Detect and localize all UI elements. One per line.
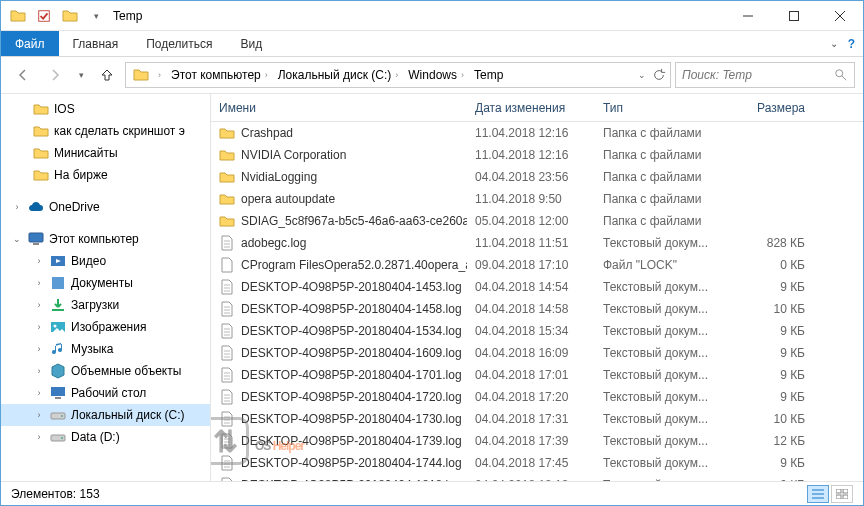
file-name: DESKTOP-4O98P5P-20180404-1739.log bbox=[241, 434, 462, 448]
nav-thispc-item[interactable]: ›Рабочий стол bbox=[1, 382, 210, 404]
qat-dropdown-icon[interactable]: ▾ bbox=[85, 5, 107, 27]
nav-thispc-item[interactable]: ›Документы bbox=[1, 272, 210, 294]
text-icon bbox=[219, 411, 235, 427]
expand-icon[interactable]: › bbox=[33, 388, 45, 398]
file-list[interactable]: Имени Дата изменения Тип Размера Crashpa… bbox=[211, 94, 863, 481]
ribbon-expand-icon[interactable]: ⌄ bbox=[830, 38, 838, 49]
file-row[interactable]: DESKTOP-4O98P5P-20180404-1453.log04.04.2… bbox=[211, 276, 863, 298]
expand-icon[interactable]: › bbox=[33, 322, 45, 332]
nav-label: Документы bbox=[71, 276, 133, 290]
file-row[interactable]: Crashpad11.04.2018 12:16Папка с файлами bbox=[211, 122, 863, 144]
file-type: Папка с файлами bbox=[595, 214, 723, 228]
expand-icon[interactable]: › bbox=[33, 344, 45, 354]
text-icon bbox=[219, 235, 235, 251]
address-dropdown-icon[interactable]: ⌄ bbox=[638, 70, 646, 80]
nav-thispc-item[interactable]: ›Локальный диск (C:) bbox=[1, 404, 210, 426]
nav-onedrive[interactable]: › OneDrive bbox=[1, 196, 210, 218]
file-row[interactable]: NvidiaLogging04.04.2018 23:56Папка с фай… bbox=[211, 166, 863, 188]
search-icon[interactable] bbox=[834, 68, 848, 82]
breadcrumb-item[interactable]: Локальный диск (C:)› bbox=[274, 68, 403, 82]
folder-icon bbox=[33, 167, 49, 183]
search-input[interactable] bbox=[682, 68, 834, 82]
qat-newfolder-icon[interactable] bbox=[59, 5, 81, 27]
file-row[interactable]: DESKTOP-4O98P5P-20180404-1701.log04.04.2… bbox=[211, 364, 863, 386]
folder-icon bbox=[33, 123, 49, 139]
close-button[interactable] bbox=[817, 1, 863, 30]
file-size: 9 КБ bbox=[723, 478, 813, 481]
nav-thispc-item[interactable]: ›Видео bbox=[1, 250, 210, 272]
nav-quick-item[interactable]: Минисайты bbox=[1, 142, 210, 164]
file-row[interactable]: DESKTOP-4O98P5P-20180404-1730.log04.04.2… bbox=[211, 408, 863, 430]
file-row[interactable]: adobegc.log11.04.2018 11:51Текстовый док… bbox=[211, 232, 863, 254]
nav-thispc-item[interactable]: ›Объемные объекты bbox=[1, 360, 210, 382]
qat-properties-icon[interactable] bbox=[33, 5, 55, 27]
nav-back-button[interactable] bbox=[9, 61, 37, 89]
expand-icon[interactable]: › bbox=[33, 256, 45, 266]
nav-quick-item[interactable]: IOS bbox=[1, 98, 210, 120]
col-type[interactable]: Тип bbox=[595, 101, 723, 115]
expand-icon[interactable]: › bbox=[33, 366, 45, 376]
maximize-button[interactable] bbox=[771, 1, 817, 30]
nav-thispc-item[interactable]: ›Data (D:) bbox=[1, 426, 210, 448]
nav-pane[interactable]: IOSкак сделать скриншот эМинисайтыНа бир… bbox=[1, 94, 211, 481]
file-row[interactable]: DESKTOP-4O98P5P-20180404-1534.log04.04.2… bbox=[211, 320, 863, 342]
expand-icon[interactable]: › bbox=[33, 278, 45, 288]
file-type: Текстовый докум... bbox=[595, 302, 723, 316]
col-size[interactable]: Размера bbox=[723, 101, 813, 115]
expand-icon[interactable]: › bbox=[33, 432, 45, 442]
breadcrumb-item[interactable]: Этот компьютер› bbox=[167, 68, 272, 82]
file-row[interactable]: DESKTOP-4O98P5P-20180404-1720.log04.04.2… bbox=[211, 386, 863, 408]
ribbon-tab-view[interactable]: Вид bbox=[226, 31, 276, 56]
file-row[interactable]: opera autoupdate11.04.2018 9:50Папка с ф… bbox=[211, 188, 863, 210]
svg-rect-2 bbox=[790, 11, 799, 20]
nav-forward-button[interactable] bbox=[41, 61, 69, 89]
file-row[interactable]: DESKTOP-4O98P5P-20180404-1458.log04.04.2… bbox=[211, 298, 863, 320]
ribbon-help-icon[interactable]: ? bbox=[848, 37, 855, 51]
file-size: 828 КБ bbox=[723, 236, 813, 250]
nav-quick-item[interactable]: как сделать скриншот э bbox=[1, 120, 210, 142]
nav-this-pc[interactable]: ⌄ Этот компьютер bbox=[1, 228, 210, 250]
svg-line-6 bbox=[842, 76, 846, 80]
expand-icon[interactable]: › bbox=[33, 410, 45, 420]
expand-icon[interactable]: › bbox=[33, 300, 45, 310]
file-row[interactable]: DESKTOP-4O98P5P-20180404-1609.log04.04.2… bbox=[211, 342, 863, 364]
view-icons-button[interactable] bbox=[831, 485, 853, 503]
view-details-button[interactable] bbox=[807, 485, 829, 503]
file-type: Текстовый докум... bbox=[595, 280, 723, 294]
svg-point-20 bbox=[61, 437, 63, 439]
nav-thispc-item[interactable]: ›Изображения bbox=[1, 316, 210, 338]
expand-icon[interactable]: › bbox=[11, 202, 23, 212]
minimize-button[interactable] bbox=[725, 1, 771, 30]
nav-thispc-item[interactable]: ›Загрузки bbox=[1, 294, 210, 316]
nav-quick-item[interactable]: На бирже bbox=[1, 164, 210, 186]
col-name[interactable]: Имени bbox=[211, 101, 467, 115]
refresh-icon[interactable] bbox=[652, 68, 666, 82]
file-date: 11.04.2018 9:50 bbox=[467, 192, 595, 206]
file-row[interactable]: DESKTOP-4O98P5P-20180404-1744.log04.04.2… bbox=[211, 452, 863, 474]
nav-recent-dropdown[interactable]: ▾ bbox=[73, 61, 89, 89]
file-date: 04.04.2018 17:39 bbox=[467, 434, 595, 448]
breadcrumb-item[interactable]: Windows› bbox=[404, 68, 468, 82]
file-row[interactable]: SDIAG_5c8f967a-b5c5-46a6-aa63-ce260af...… bbox=[211, 210, 863, 232]
address-bar[interactable]: › Этот компьютер› Локальный диск (C:)› W… bbox=[125, 62, 671, 88]
file-row[interactable]: DESKTOP-4O98P5P-20180404-1739.log04.04.2… bbox=[211, 430, 863, 452]
collapse-icon[interactable]: ⌄ bbox=[11, 234, 23, 244]
breadcrumb-item[interactable]: Temp bbox=[470, 68, 507, 82]
file-date: 11.04.2018 12:16 bbox=[467, 126, 595, 140]
folder-icon bbox=[219, 169, 235, 185]
ribbon-tab-share[interactable]: Поделиться bbox=[132, 31, 226, 56]
nav-up-button[interactable] bbox=[93, 61, 121, 89]
main-area: IOSкак сделать скриншот эМинисайтыНа бир… bbox=[1, 93, 863, 481]
breadcrumb-sep[interactable]: › bbox=[154, 70, 165, 80]
search-box[interactable] bbox=[675, 62, 855, 88]
drive-icon bbox=[50, 429, 66, 445]
ribbon-tab-home[interactable]: Главная bbox=[59, 31, 133, 56]
col-date[interactable]: Дата изменения bbox=[467, 101, 595, 115]
nav-thispc-item[interactable]: ›Музыка bbox=[1, 338, 210, 360]
file-row[interactable]: DESKTOP-4O98P5P-20180404-1818.log04.04.2… bbox=[211, 474, 863, 481]
file-row[interactable]: NVIDIA Corporation11.04.2018 12:16Папка … bbox=[211, 144, 863, 166]
ribbon-file-tab[interactable]: Файл bbox=[1, 31, 59, 56]
folder-icon bbox=[33, 101, 49, 117]
file-row[interactable]: CProgram FilesOpera52.0.2871.40opera_a..… bbox=[211, 254, 863, 276]
file-date: 09.04.2018 17:10 bbox=[467, 258, 595, 272]
